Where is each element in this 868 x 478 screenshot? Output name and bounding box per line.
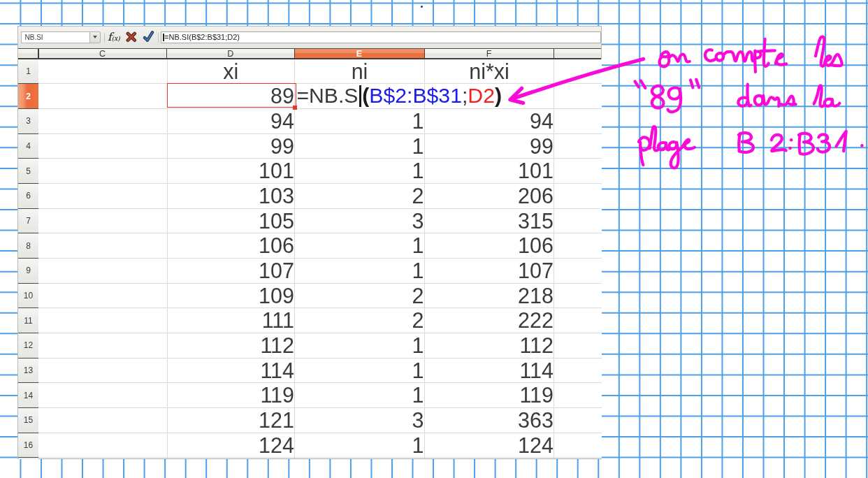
cell-d12[interactable]: 112 (260, 333, 294, 358)
row-header-5[interactable]: 5 (18, 159, 38, 184)
cell-d7[interactable]: 105 (259, 209, 294, 233)
cell-e9[interactable]: 1 (412, 259, 424, 283)
cell-d14[interactable]: 119 (260, 383, 294, 407)
cell-e6[interactable]: 2 (412, 184, 424, 208)
cell-d11[interactable]: 111 (262, 308, 294, 333)
corner-header[interactable] (18, 49, 38, 58)
cell-f11[interactable]: 222 (518, 308, 554, 333)
cell-d3[interactable]: 94 (270, 109, 294, 133)
cell-e12[interactable]: 1 (412, 333, 424, 358)
cell-reference-box-d2 (167, 83, 296, 108)
sheet-row-11[interactable]: 111 2 222 (38, 308, 602, 333)
cell-f8[interactable]: 106 (518, 233, 554, 258)
cell-f9[interactable]: 107 (518, 259, 554, 283)
cell-f5[interactable]: 101 (518, 159, 554, 183)
cell-e5[interactable]: 1 (412, 159, 424, 183)
row-header-4[interactable]: 4 (18, 134, 38, 159)
row-header-13[interactable]: 13 (18, 358, 38, 384)
cell-d6[interactable]: 103 (259, 184, 294, 208)
sheet-row-16[interactable]: 124 1 124 (38, 433, 602, 458)
sheet-row-3[interactable]: 94 1 94 (38, 109, 602, 134)
cell-f6[interactable]: 206 (518, 184, 554, 208)
formula-pre: =NB.S (296, 84, 358, 108)
cell-f7[interactable]: 315 (518, 209, 554, 233)
sheet-row-4[interactable]: 99 1 99 (38, 134, 602, 159)
column-header-f[interactable]: F (425, 49, 554, 58)
cell-d5[interactable]: 101 (259, 159, 294, 183)
sheet-row-5[interactable]: 101 1 101 (38, 159, 602, 184)
formula-criterion: D2 (468, 84, 495, 108)
row-header-3[interactable]: 3 (18, 109, 38, 134)
row-header-10[interactable]: 10 (18, 284, 38, 309)
row-headers: 1 2 3 4 5 6 7 8 9 10 11 12 13 14 15 16 (18, 59, 38, 458)
row-header-8[interactable]: 8 (18, 233, 38, 259)
sheet-row-17-partial[interactable] (38, 458, 602, 459)
formula-input[interactable]: =NB.SI(B$2:B$31;D2) (161, 31, 602, 43)
cell-grid: xi ni ni*xi 89 94 1 94 99 1 99 101 1 101… (38, 59, 602, 458)
cell-d13[interactable]: 114 (260, 358, 294, 383)
row-header-12[interactable]: 12 (18, 333, 38, 358)
formula-bar: NB.SI f(x) =NB.SI(B$2:B$31;D2) (18, 27, 601, 49)
accept-icon[interactable] (143, 31, 154, 45)
sheet-row-12[interactable]: 112 1 112 (38, 333, 602, 358)
cell-e14[interactable]: 1 (412, 383, 424, 407)
cell-e15[interactable]: 3 (412, 408, 424, 433)
row-header-7[interactable]: 7 (18, 209, 38, 234)
sheet-row-10[interactable]: 109 2 218 (38, 284, 602, 309)
row-header-6[interactable]: 6 (18, 184, 38, 209)
cell-e11[interactable]: 2 (412, 308, 424, 333)
cell-e13[interactable]: 1 (412, 358, 424, 383)
row-header-15[interactable]: 15 (18, 408, 38, 433)
function-wizard-icon[interactable]: f(x) (108, 30, 122, 45)
cell-d10[interactable]: 109 (259, 284, 294, 308)
cell-e7[interactable]: 3 (412, 209, 424, 233)
formula-edit-cell-e2[interactable]: =NB.S ( B$2:B$31 ; D2 ) (296, 83, 502, 108)
cell-f1[interactable]: ni*xi (425, 59, 554, 84)
row-header-14[interactable]: 14 (18, 383, 38, 408)
cell-d15[interactable]: 121 (259, 408, 294, 433)
sheet-row-7[interactable]: 105 3 315 (38, 209, 602, 234)
sheet-row-14[interactable]: 119 1 119 (38, 383, 602, 408)
calc-window: NB.SI f(x) =NB.SI(B$2:B$31;D2) C D E F (17, 26, 602, 459)
row-header-9[interactable]: 9 (18, 259, 38, 284)
cell-f14[interactable]: 119 (519, 383, 554, 407)
cell-f15[interactable]: 363 (518, 408, 554, 433)
row-header-16[interactable]: 16 (18, 433, 38, 458)
cell-d16[interactable]: 124 (259, 433, 294, 458)
cell-e1[interactable]: ni (295, 59, 425, 84)
cell-f16[interactable]: 124 (518, 433, 554, 458)
cell-d8[interactable]: 106 (259, 233, 294, 258)
name-box-input[interactable]: NB.SI (21, 31, 89, 43)
cell-d4[interactable]: 99 (270, 134, 294, 159)
toolbar-separator (104, 33, 105, 43)
cell-e3[interactable]: 1 (412, 109, 424, 133)
sheet-row-8[interactable]: 106 1 106 (38, 233, 602, 259)
name-box-dropdown-button[interactable] (89, 31, 101, 43)
column-header-e[interactable]: E (295, 49, 425, 58)
cell-e4[interactable]: 1 (412, 134, 424, 159)
sheet-row-1[interactable]: xi ni ni*xi (38, 59, 602, 85)
cell-e8[interactable]: 1 (412, 233, 424, 258)
row-header-17-partial[interactable] (18, 458, 38, 459)
column-header-g[interactable] (554, 49, 602, 58)
sheet-row-13[interactable]: 114 1 114 (38, 358, 602, 384)
sheet-row-9[interactable]: 107 1 107 (38, 259, 602, 284)
row-header-1[interactable]: 1 (18, 59, 38, 85)
cell-e16[interactable]: 1 (412, 433, 424, 458)
cell-d9[interactable]: 107 (259, 259, 294, 283)
cell-f13[interactable]: 114 (519, 358, 554, 383)
column-header-d[interactable]: D (167, 49, 295, 58)
column-header-c[interactable]: C (38, 49, 167, 58)
cell-f12[interactable]: 112 (519, 333, 554, 358)
cancel-icon[interactable] (126, 31, 137, 45)
row-header-2[interactable]: 2 (18, 84, 38, 109)
cell-f10[interactable]: 218 (518, 284, 554, 308)
cell-d1[interactable]: xi (167, 59, 295, 84)
cell-f3[interactable]: 94 (530, 109, 554, 133)
page: { "formula_bar": { "name_box": "NB.SI", … (0, 0, 868, 478)
row-header-11[interactable]: 11 (18, 308, 38, 333)
cell-e10[interactable]: 2 (412, 284, 424, 308)
sheet-row-6[interactable]: 103 2 206 (38, 184, 602, 209)
cell-f4[interactable]: 99 (530, 134, 554, 159)
sheet-row-15[interactable]: 121 3 363 (38, 408, 602, 433)
